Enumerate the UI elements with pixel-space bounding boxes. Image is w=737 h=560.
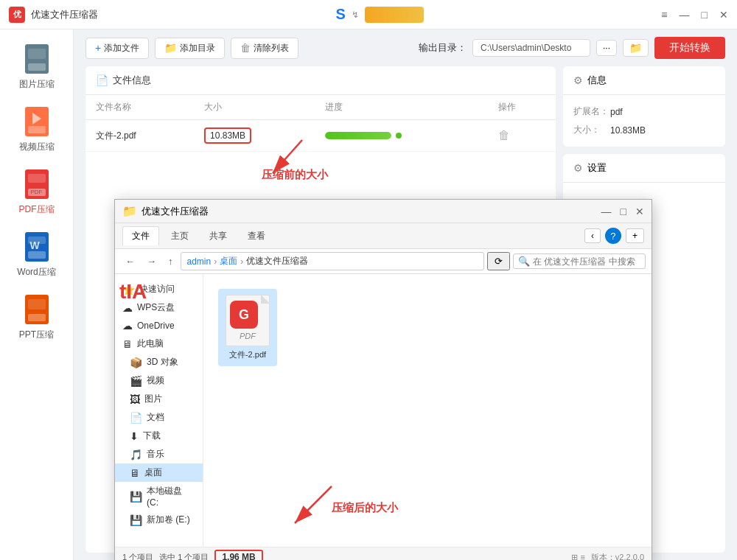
- ext-label: 扩展名：: [573, 105, 610, 118]
- clear-button[interactable]: 🗑 清除列表: [231, 38, 298, 59]
- pdf-file-icon: G PDF: [226, 295, 270, 346]
- pdf-icon: PDF: [24, 168, 50, 200]
- minimize-button[interactable]: —: [680, 9, 690, 21]
- explorer-back-btn[interactable]: ‹: [584, 228, 601, 243]
- status-count: 1 个项目: [122, 552, 153, 561]
- explorer-maximize-button[interactable]: □: [621, 206, 626, 217]
- explorer-help-btn[interactable]: ?: [605, 228, 621, 244]
- nav-downloads[interactable]: ⬇ 下载: [115, 427, 203, 445]
- nav-onedrive[interactable]: ☁ OneDrive: [115, 317, 203, 335]
- nav-this-pc[interactable]: 🖥 此电脑: [115, 335, 203, 353]
- info-size-row: 大小： 10.83MB: [573, 121, 715, 139]
- status-selected: 选中 1 个项目: [159, 552, 209, 561]
- app-icon: 优: [9, 7, 25, 23]
- search-input[interactable]: [533, 256, 640, 267]
- breadcrumb-desktop[interactable]: 桌面: [220, 255, 237, 267]
- ppt-icon: [24, 293, 50, 326]
- info-header-title: 信息: [587, 74, 607, 87]
- nav-videos[interactable]: 🎬 视频: [115, 371, 203, 390]
- file-item-pdf[interactable]: G PDF 文件-2.pdf: [218, 289, 277, 366]
- output-more-button[interactable]: ···: [596, 40, 617, 56]
- breadcrumb-admin[interactable]: admin: [187, 256, 212, 267]
- search-icon: 🔍: [518, 256, 530, 267]
- nav-wps-cloud[interactable]: ☁ WPS云盘: [115, 298, 203, 317]
- ribbon-tab-share[interactable]: 共享: [200, 227, 236, 245]
- sidebar: 图片压缩 视频压缩 PDF PDF压缩: [0, 29, 74, 560]
- pdf-badge: G: [230, 301, 258, 329]
- maximize-button[interactable]: □: [702, 9, 708, 21]
- file-table: 文件名称 大小 进度 操作 文件-2.pdf 10.83MB: [85, 95, 556, 152]
- output-label: 输出目录：: [419, 41, 467, 55]
- breadcrumb[interactable]: admin › 桌面 › 优速文件压缩器: [181, 252, 485, 270]
- app-title: 优速文件压缩器: [31, 8, 98, 21]
- add-dir-button[interactable]: 📁 添加目录: [155, 38, 225, 59]
- explorer-nav-bar: ← → ↑ admin › 桌面 › 优速文件压缩器 ⟳ 🔍: [115, 249, 652, 274]
- explorer-close-button[interactable]: ✕: [635, 206, 644, 217]
- explorer-minimize-button[interactable]: —: [601, 206, 612, 217]
- search-box[interactable]: 🔍: [513, 253, 646, 269]
- file-action-cell: 🗑: [488, 120, 556, 152]
- menu-button[interactable]: ≡: [661, 9, 667, 21]
- output-folder-button[interactable]: 📁: [623, 39, 649, 57]
- file-panel-icon: 📄: [96, 74, 108, 86]
- sidebar-item-word[interactable]: W Word压缩: [4, 225, 70, 284]
- add-file-icon: +: [95, 42, 101, 54]
- nav-music[interactable]: 🎵 音乐: [115, 445, 203, 463]
- ext-value: pdf: [610, 107, 623, 117]
- sidebar-item-video[interactable]: 视频压缩: [4, 99, 70, 159]
- add-file-label: 添加文件: [104, 42, 139, 55]
- title-bar: 优 优速文件压缩器 S ↯ ≡ — □ ✕: [0, 0, 737, 29]
- clear-label: 清除列表: [254, 42, 289, 55]
- explorer-window: 📁 优速文件压缩器 — □ ✕ 文件 主页 共享 查看 ‹ ? + ← → ↑ …: [114, 199, 652, 560]
- delete-button[interactable]: 🗑: [498, 129, 510, 141]
- nav-local-disk-c[interactable]: 💾 本地磁盘 (C:: [115, 482, 203, 511]
- progress-bar-fill: [325, 132, 391, 139]
- explorer-title-right: — □ ✕: [601, 206, 644, 217]
- add-dir-label: 添加目录: [180, 42, 215, 55]
- explorer-sidebar: ⭐ 快速访问 ☁ WPS云盘 ☁ OneDrive 🖥 此电脑 📦 3D 对象 …: [115, 274, 203, 547]
- add-dir-icon: 📁: [164, 42, 177, 54]
- speed-label: ↯: [352, 10, 359, 20]
- nav-3d-objects[interactable]: 📦 3D 对象: [115, 353, 203, 371]
- explorer-add-btn[interactable]: +: [626, 228, 644, 243]
- nav-up-button[interactable]: ↑: [164, 253, 178, 269]
- progress-bar: [325, 132, 391, 139]
- ribbon-tab-view[interactable]: 查看: [239, 227, 274, 245]
- ribbon-tab-file[interactable]: 文件: [122, 226, 159, 245]
- pdf-type-label: PDF: [228, 332, 267, 340]
- nav-quick-access[interactable]: ⭐ 快速访问: [115, 280, 203, 298]
- ribbon-tab-home[interactable]: 主页: [162, 227, 198, 245]
- video-label: 视频压缩: [19, 141, 55, 153]
- view-icons[interactable]: ⊞ ≡: [571, 553, 584, 561]
- table-row: 文件-2.pdf 10.83MB: [85, 120, 556, 152]
- output-path[interactable]: C:\Users\admin\Deskto: [472, 39, 590, 57]
- explorer-folder-icon: 📁: [122, 204, 137, 218]
- nav-pictures[interactable]: 🖼 图片: [115, 390, 203, 408]
- sidebar-item-image[interactable]: 图片压缩: [4, 37, 70, 97]
- add-file-button[interactable]: + 添加文件: [85, 38, 149, 59]
- file-panel-header: 📄 文件信息: [85, 66, 556, 95]
- size-label: 大小：: [573, 124, 610, 136]
- progress-dot: [396, 133, 402, 139]
- nav-forward-button[interactable]: →: [142, 253, 161, 269]
- nav-documents[interactable]: 📄 文档: [115, 408, 203, 427]
- title-bar-left: 优 优速文件压缩器: [9, 7, 98, 23]
- explorer-title-left: 📁 优速文件压缩器: [122, 204, 209, 218]
- close-button[interactable]: ✕: [719, 9, 728, 21]
- file-size-cell: 10.83MB: [194, 120, 315, 152]
- explorer-title-text: 优速文件压缩器: [142, 205, 209, 218]
- nav-back-button[interactable]: ←: [121, 253, 139, 269]
- col-progress: 进度: [315, 95, 488, 120]
- col-name: 文件名称: [85, 95, 194, 120]
- size-value: 10.83MB: [610, 125, 646, 136]
- sidebar-item-ppt[interactable]: PPT压缩: [4, 287, 70, 347]
- nav-desktop[interactable]: 🖥 桌面: [115, 463, 203, 482]
- sidebar-item-pdf[interactable]: PDF PDF压缩: [4, 162, 70, 222]
- nav-refresh-button[interactable]: ⟳: [487, 252, 510, 270]
- speed-icon: S: [336, 6, 346, 23]
- start-button[interactable]: 开始转换: [654, 37, 725, 59]
- word-label: Word压缩: [17, 266, 55, 279]
- file-item-name: 文件-2.pdf: [229, 349, 266, 360]
- nav-volume-e[interactable]: 💾 新加卷 (E:): [115, 511, 203, 529]
- image-label: 图片压缩: [19, 78, 55, 91]
